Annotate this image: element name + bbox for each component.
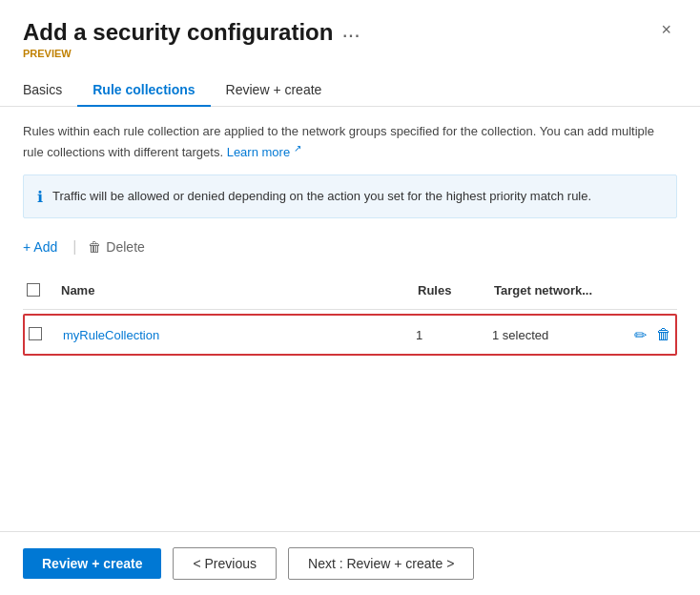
header-checkbox[interactable]	[27, 283, 40, 297]
row-name-cell: myRuleCollection	[55, 320, 408, 350]
rule-collections-table: Name Rules Target network... myRuleColle…	[23, 274, 677, 356]
main-content: Rules within each rule collection are ap…	[0, 107, 700, 531]
delete-button[interactable]: 🗑 Delete	[84, 236, 148, 258]
title-text: Add a security configuration	[23, 19, 333, 46]
learn-more-link[interactable]: Learn more ↗	[227, 145, 301, 159]
next-button[interactable]: Next : Review + create >	[288, 547, 474, 580]
close-button[interactable]: ×	[655, 19, 677, 40]
rule-collection-link[interactable]: myRuleCollection	[63, 328, 159, 342]
add-button[interactable]: + Add	[23, 236, 65, 258]
add-security-config-panel: Add a security configuration ... PREVIEW…	[0, 0, 700, 595]
panel-title: Add a security configuration ...	[23, 19, 361, 46]
row-checkbox-cell	[25, 319, 55, 351]
col-header-name: Name	[53, 279, 410, 303]
table-header-row: Name Rules Target network...	[23, 274, 677, 310]
col-header-actions	[620, 279, 677, 303]
table-toolbar: + Add | 🗑 Delete	[23, 236, 677, 258]
info-icon: ℹ	[37, 188, 43, 206]
table-row-highlight: myRuleCollection 1 1 selected ✏ 🗑	[23, 314, 677, 356]
description-text: Rules within each rule collection are ap…	[23, 122, 677, 161]
delete-row-icon[interactable]: 🗑	[656, 326, 671, 343]
table-row: myRuleCollection 1 1 selected ✏ 🗑	[25, 316, 675, 354]
panel-header: Add a security configuration ... PREVIEW…	[0, 0, 700, 59]
preview-badge: PREVIEW	[23, 48, 361, 59]
review-create-button[interactable]: Review + create	[23, 548, 161, 579]
edit-row-icon[interactable]: ✏	[634, 326, 647, 344]
info-banner-text: Traffic will be allowed or denied depend…	[52, 187, 591, 206]
previous-button[interactable]: < Previous	[173, 547, 277, 580]
external-link-icon: ↗	[294, 143, 301, 154]
ellipsis-button[interactable]: ...	[342, 24, 360, 41]
tab-basics[interactable]: Basics	[23, 74, 77, 107]
delete-toolbar-icon: 🗑	[88, 239, 101, 255]
tab-review-create[interactable]: Review + create	[211, 74, 338, 107]
tab-rule-collections[interactable]: Rule collections	[77, 74, 210, 107]
row-checkbox[interactable]	[29, 327, 42, 340]
row-rules-cell: 1	[408, 320, 484, 350]
col-header-checkbox	[23, 279, 53, 303]
row-target-cell: 1 selected	[484, 320, 618, 350]
toolbar-separator: |	[72, 238, 76, 256]
row-actions-cell: ✏ 🗑	[618, 318, 675, 352]
col-header-rules: Rules	[410, 279, 486, 303]
info-banner: ℹ Traffic will be allowed or denied depe…	[23, 174, 677, 218]
col-header-target: Target network...	[486, 279, 620, 303]
tabs-bar: Basics Rule collections Review + create	[0, 59, 700, 107]
panel-footer: Review + create < Previous Next : Review…	[0, 531, 700, 595]
header-left: Add a security configuration ... PREVIEW	[23, 19, 361, 59]
